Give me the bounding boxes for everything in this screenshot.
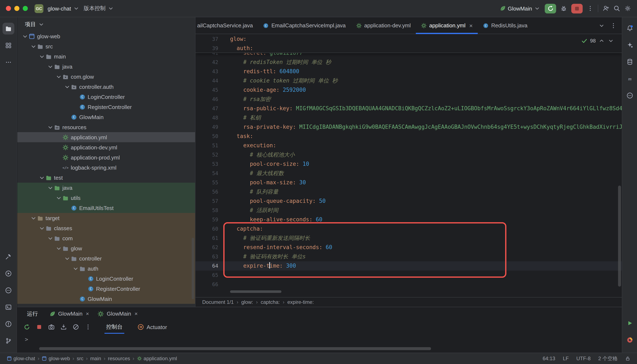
tree-scrollbar[interactable] (192, 238, 194, 299)
tree-item-application-prod-yml[interactable]: application-prod.yml (17, 152, 195, 162)
chevron-down-icon[interactable] (47, 184, 54, 191)
breadcrumb-expire-time[interactable]: expire-time: (287, 299, 314, 305)
code-line-63[interactable]: 63 # 验证码有效时长 单位s (195, 252, 622, 261)
search-everywhere-button[interactable] (613, 5, 620, 12)
line-number[interactable]: 65 (195, 270, 226, 280)
next-problem-icon[interactable] (607, 38, 614, 44)
inspection-widget[interactable]: 98 (581, 38, 614, 44)
tree-item-controller-auth[interactable]: controller.auth (17, 82, 195, 92)
console-horizontal-scrollbar[interactable] (39, 347, 431, 350)
tree-item-glow-web[interactable]: glow-web (17, 31, 195, 41)
more-actions-button[interactable] (587, 5, 594, 12)
tree-item-logback-spring-xml[interactable]: </>logback-spring.xml (17, 162, 195, 172)
maven-tool-button[interactable]: m (624, 73, 635, 84)
line-number[interactable]: 42 (195, 58, 226, 67)
breadcrumb-captcha[interactable]: captcha: (261, 299, 280, 305)
project-menu[interactable]: glow-chat (48, 5, 79, 12)
line-number[interactable]: 66 (195, 280, 226, 289)
line-number[interactable]: 63 (195, 252, 226, 261)
more-horizontal-tool-button[interactable] (2, 56, 14, 68)
structure-tool-button[interactable] (2, 40, 14, 51)
line-number[interactable]: 45 (195, 86, 226, 95)
project-tool-button[interactable] (2, 23, 14, 34)
tab-console[interactable]: 控制台 (104, 320, 124, 334)
settings-button[interactable] (624, 5, 631, 12)
todo-tool-button[interactable] (2, 284, 14, 296)
hidden-tabs-chevron-icon[interactable] (598, 22, 605, 29)
line-number[interactable]: 59 (195, 215, 226, 224)
tree-item-auth[interactable]: auth (17, 264, 195, 274)
prev-problem-icon[interactable] (598, 38, 605, 44)
file-encoding[interactable]: UTF-8 (576, 356, 591, 362)
code-line-43[interactable]: 43 redis-ttl: 604800 (195, 67, 622, 76)
services-tool-button[interactable] (2, 268, 14, 280)
run-tab-glowmain-2[interactable]: GlowMain × (93, 307, 142, 320)
tree-item-src[interactable]: src (17, 41, 195, 51)
code-line-66[interactable]: 66 (195, 280, 622, 289)
tree-item-com-glow[interactable]: com.glow (17, 72, 195, 82)
tree-item-logincontroller[interactable]: CLoginController (17, 274, 195, 284)
tree-item-java[interactable]: java (17, 183, 195, 193)
editor[interactable]: 41 secret: glow12167742 # redisToken 过期时… (195, 34, 622, 297)
editor-vertical-scrollbar[interactable] (618, 186, 621, 286)
line-number[interactable]: 37 (195, 34, 226, 44)
code-line-52[interactable]: 52 # 核心线程池大小 (195, 150, 622, 160)
code-line-64[interactable]: 64 expire-time: 300 (195, 261, 622, 270)
line-number[interactable]: 48 (195, 113, 226, 122)
code-line-45[interactable]: 45 cookie-age: 2592000 (195, 86, 622, 95)
stop-button[interactable] (571, 4, 583, 13)
dependencies-tool-button[interactable] (624, 90, 635, 102)
line-number[interactable]: 52 (195, 150, 226, 160)
close-window-button[interactable] (6, 6, 11, 11)
tree-item-utils[interactable]: utils (17, 193, 195, 203)
editor-horizontal-scrollbar[interactable] (230, 290, 281, 293)
code-line-60[interactable]: 60 captcha: (195, 224, 622, 234)
chevron-down-icon[interactable] (55, 73, 62, 80)
code-line-37[interactable]: 37glow: (195, 34, 622, 44)
maximize-window-button[interactable] (23, 6, 28, 11)
problems-tool-button[interactable] (2, 318, 14, 330)
code-line-61[interactable]: 61 # 验证码重新发送间隔时长 (195, 234, 622, 243)
rerun-button[interactable] (545, 4, 556, 13)
line-number[interactable]: 61 (195, 234, 226, 243)
line-number[interactable]: 56 (195, 187, 226, 196)
caret-position[interactable]: 64:13 (543, 356, 555, 362)
chevron-down-icon[interactable] (47, 124, 54, 131)
tab-redisutils-java[interactable]: CRedisUtils.java (478, 17, 533, 34)
code-line-54[interactable]: 54 # 最大线程数 (195, 169, 622, 178)
line-number[interactable]: 41 (195, 53, 226, 58)
line-number[interactable]: 39 (195, 44, 226, 53)
line-number[interactable]: 51 (195, 141, 226, 150)
tab-ailcaptchaservice-java[interactable]: ailCaptchaService.java (195, 17, 258, 34)
code-line-62[interactable]: 62 resend-interval-seconds: 60 (195, 243, 622, 252)
database-tool-button[interactable] (624, 56, 635, 68)
chevron-down-icon[interactable] (22, 32, 29, 40)
console-output[interactable]: > (17, 334, 622, 353)
line-number[interactable]: 57 (195, 196, 226, 206)
line-number[interactable]: 46 (195, 95, 226, 104)
code-line-41[interactable]: 41 secret: glow121677 (195, 53, 622, 58)
chevron-down-icon[interactable] (47, 63, 54, 70)
terminal-tool-button[interactable] (2, 301, 14, 313)
code-line-51[interactable]: 51 execution: (195, 141, 622, 150)
profiler-tool-button[interactable] (624, 334, 635, 346)
tab-actuator[interactable]: Actuator (136, 320, 169, 334)
status-crumb-main[interactable]: main (90, 356, 101, 362)
line-number[interactable]: 64 (195, 261, 226, 270)
tree-item-classes[interactable]: classes (17, 223, 195, 233)
project-avatar[interactable]: GC (35, 4, 43, 13)
build-tool-button[interactable] (2, 251, 14, 262)
run-tab-glowmain-1[interactable]: GlowMain × (45, 307, 93, 320)
dump-to-file-button[interactable] (60, 324, 67, 330)
tree-item-registercontroller[interactable]: CRegisterController (17, 102, 195, 112)
clear-output-button[interactable] (73, 324, 79, 330)
vcs-menu[interactable]: 版本控制 (84, 5, 114, 12)
tab-emailcaptchaserviceimpl-java[interactable]: CEmailCaptchaServiceImpl.java (258, 17, 351, 34)
tree-item-application-dev-yml[interactable]: application-dev.yml (17, 142, 195, 152)
line-number[interactable]: 47 (195, 104, 226, 113)
tree-item-application-yml[interactable]: application.yml (17, 132, 195, 142)
line-separator[interactable]: LF (563, 356, 569, 362)
tab-application-dev-yml[interactable]: application-dev.yml (351, 17, 416, 34)
run-dashboard-tool-button[interactable] (624, 317, 635, 329)
code-line-42[interactable]: 42 # redisToken 过期时间 单位 秒 (195, 58, 622, 67)
